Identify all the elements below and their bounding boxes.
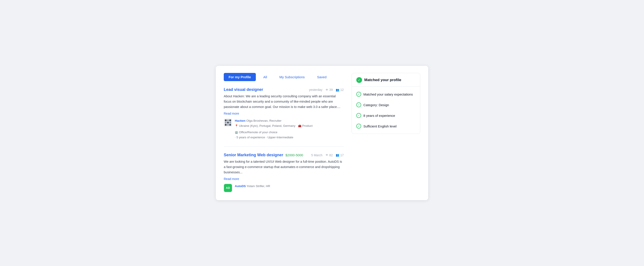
tab-subscriptions[interactable]: My Subscriptions [275,73,310,81]
match-item: ✓Matched your salary expectations [352,89,420,99]
left-panel: For my ProfileAllMy SubscriptionsSaved L… [224,73,344,192]
job-meta: 5 March👁 82👥 17 [311,153,344,157]
job-location: 📍 Ukraine (Kyiv), Portugal, Poland, Germ… [235,123,296,128]
tab-saved[interactable]: Saved [312,73,332,81]
eye-icon: 👁 [326,88,328,92]
job-views: 👁 39 [326,88,333,92]
tab-all[interactable]: All [258,73,272,81]
job-salary: $2000-5000 [286,153,303,157]
location-icon: 📍 [235,124,238,127]
company-details: Hacken Olga Broshevan, Recruiter📍 Ukrain… [235,118,344,140]
job-header: Senior Marketing Web designer$2000-50005… [224,153,344,157]
company-contact: Yotam Strifler, HR [246,184,270,188]
job-header: Lead visual designeryesterday👁 39👥 12 [224,87,344,92]
briefcase-icon: 🧰 [298,124,302,127]
read-more-link[interactable]: Read more [224,112,239,115]
job-title[interactable]: Senior Marketing Web designer [224,153,283,157]
match-items-list: ✓Matched your salary expectations✓Catego… [352,87,420,134]
people-icon: 👥 [336,88,339,92]
match-card-title: Matched your profile [364,78,401,82]
people-icon: 👥 [336,153,339,157]
match-card-header: ✓ Matched your profile [352,73,420,87]
company-name[interactable]: Hacken [235,119,246,122]
job-workplace: 🏢 Office/Remote of your choice [235,130,278,135]
company-name[interactable]: AutoDS [235,184,246,188]
job-card-job1: Lead visual designeryesterday👁 39👥 12Abo… [224,87,344,147]
match-item: ✓Category: Design [352,99,420,110]
match-item-label: Sufficient English level [364,124,396,128]
matched-profile-icon: ✓ [356,77,362,83]
company-row: ADAutoDS Yotam Strifler, HR [224,184,344,192]
match-item: ✓Sufficient English level [352,121,420,131]
company-info-line: 📍 Ukraine (Kyiv), Portugal, Poland, Germ… [235,123,344,135]
company-name-line: AutoDS Yotam Strifler, HR [235,184,270,189]
job-applicants: 👥 17 [336,153,344,157]
tabs-bar: For my ProfileAllMy SubscriptionsSaved [224,73,344,81]
job-cards-list: Lead visual designeryesterday👁 39👥 12Abo… [224,87,344,192]
match-item-label: Matched your salary expectations [364,92,413,96]
match-item-label: Category: Design [364,103,389,107]
job-description: About Hacken: We are a leading security … [224,94,344,110]
match-check-icon: ✓ [356,102,361,107]
company-details: AutoDS Yotam Strifler, HR [235,184,270,189]
company-contact: Olga Broshevan, Recruiter [246,119,282,122]
read-more-link[interactable]: Read more [224,177,239,181]
match-check-icon: ✓ [356,92,361,97]
match-card: ✓ Matched your profile ✓Matched your sal… [352,73,420,134]
job-title[interactable]: Lead visual designer [224,87,263,92]
job-requirements-line: · 5 years of experience · Upper-Intermed… [235,135,344,140]
main-container: For my ProfileAllMy SubscriptionsSaved L… [216,66,428,200]
job-category: 🧰 Product [298,123,312,128]
job-date: 5 March [311,153,322,157]
company-row: Hacken Olga Broshevan, Recruiter📍 Ukrain… [224,118,344,140]
right-panel: ✓ Matched your profile ✓Matched your sal… [352,73,420,192]
company-name-line: Hacken Olga Broshevan, Recruiter [235,118,344,123]
building-icon: 🏢 [235,131,238,134]
company-logo [224,118,232,127]
job-title-group: Senior Marketing Web designer$2000-5000 [224,153,303,157]
job-applicants: 👥 12 [336,88,344,92]
job-views: 👁 82 [326,153,333,157]
match-item-label: 8 years of experience [364,114,395,117]
job-description: We are looking for a talented UX/UI Web … [224,159,344,175]
match-item: ✓8 years of experience [352,110,420,121]
job-card-job2: Senior Marketing Web designer$2000-50005… [224,153,344,192]
job-meta: yesterday👁 39👥 12 [309,88,344,92]
tab-profile[interactable]: For my Profile [224,73,256,81]
match-check-icon: ✓ [356,124,361,128]
eye-icon: 👁 [326,153,328,157]
job-date: yesterday [309,88,322,92]
job-title-group: Lead visual designer [224,87,263,92]
match-check-icon: ✓ [356,113,361,118]
company-logo: AD [224,184,232,192]
